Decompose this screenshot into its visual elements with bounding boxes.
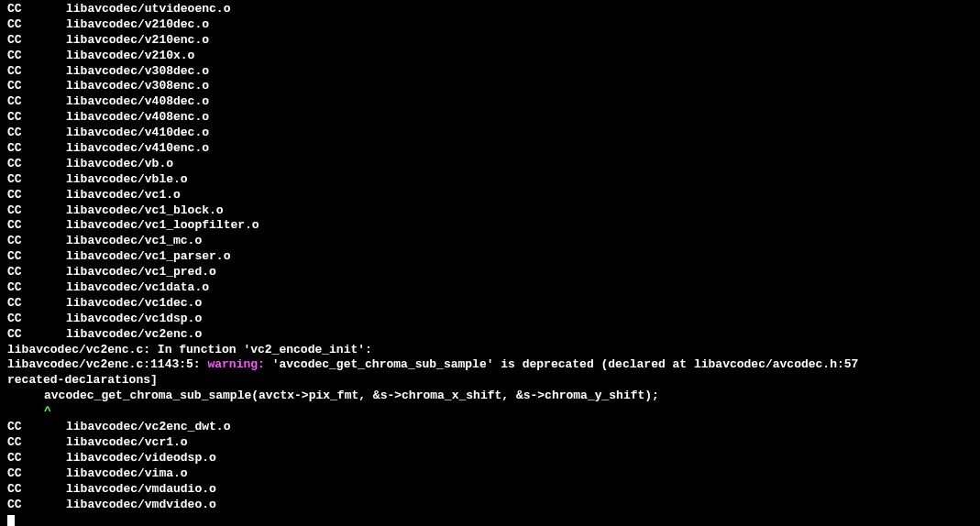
compile-line: CClibavcodec/vcr1.o [7,435,973,451]
cc-label: CC [7,2,66,17]
warning-message-line: libavcodec/vc2enc.c:1143:5: warning: 'av… [7,357,973,373]
cc-label: CC [7,110,66,126]
cc-label: CC [7,49,66,64]
cc-label: CC [7,296,66,312]
warning-in-function: In function [150,343,243,356]
cc-label: CC [7,157,66,172]
compile-line: CClibavcodec/v410enc.o [7,141,973,157]
compile-line: CClibavcodec/vmdaudio.o [7,482,973,498]
cc-file: libavcodec/v410dec.o [66,126,209,139]
cc-label: CC [7,188,66,203]
compile-line: CClibavcodec/vc1_pred.o [7,265,973,280]
cc-file: libavcodec/vc1dsp.o [66,312,202,325]
compile-line: CClibavcodec/v308enc.o [7,79,973,94]
compile-line: CClibavcodec/vb.o [7,157,973,172]
cc-file: libavcodec/vc1_parser.o [66,249,230,263]
cc-file: libavcodec/vble.o [66,172,188,186]
warning-file: libavcodec/vc2enc.c: [7,343,150,356]
cc-label: CC [7,327,66,343]
cc-label: CC [7,234,66,249]
cc-label: CC [7,33,66,49]
compile-line: CClibavcodec/videodsp.o [7,451,973,466]
cc-label: CC [7,126,66,141]
compile-line: CClibavcodec/utvideoenc.o [7,2,973,17]
warning-code: avcodec_get_chroma_sub_sample(avctx->pix… [44,389,659,404]
cc-label: CC [7,466,66,482]
cc-file: libavcodec/v408enc.o [66,110,209,124]
compile-line: CClibavcodec/vc1data.o [7,280,973,296]
compile-line: CClibavcodec/v410dec.o [7,126,973,141]
cc-file: libavcodec/v308dec.o [66,64,209,78]
compile-line: CClibavcodec/v408dec.o [7,94,973,110]
cc-file: libavcodec/v210dec.o [66,17,209,31]
cc-file: libavcodec/vc1_pred.o [66,265,216,279]
compile-line: CClibavcodec/vc1dsp.o [7,312,973,327]
caret-icon: ^ [44,404,51,420]
warning-caret-line: ^ [7,404,973,420]
cc-label: CC [7,94,66,110]
warning-flag-line: recated-declarations] [7,373,973,389]
compile-line: CClibavcodec/v308dec.o [7,64,973,80]
cc-file: libavcodec/v408dec.o [66,94,209,108]
compile-line: CClibavcodec/vc1_loopfilter.o [7,218,973,234]
cc-file: libavcodec/vima.o [66,466,188,480]
cc-file: libavcodec/v210enc.o [66,33,209,47]
cc-label: CC [7,280,66,296]
terminal-output[interactable]: CClibavcodec/utvideoenc.oCClibavcodec/v2… [7,2,973,526]
cc-label: CC [7,203,66,219]
cc-file: libavcodec/vc1_mc.o [66,234,202,247]
cc-file: libavcodec/vc2enc.o [66,327,202,341]
cc-label: CC [7,17,66,33]
compile-line: CClibavcodec/vmdvideo.o [7,498,973,513]
cc-file: libavcodec/vb.o [66,157,173,170]
warning-deprecated-func: 'avcodec_get_chroma_sub_sample' [272,357,494,371]
cc-label: CC [7,265,66,280]
compile-line: CClibavcodec/vble.o [7,172,973,188]
cc-label: CC [7,312,66,327]
warning-context-line: libavcodec/vc2enc.c: In function 'vc2_en… [7,343,973,358]
compile-line: CClibavcodec/v210dec.o [7,17,973,33]
compile-line: CClibavcodec/vc2enc_dwt.o [7,420,973,435]
cc-label: CC [7,482,66,498]
cc-file: libavcodec/vmdaudio.o [66,482,216,496]
compile-line: CClibavcodec/vc1.o [7,188,973,203]
compile-line: CClibavcodec/vc1_mc.o [7,234,973,249]
compile-line: CClibavcodec/v408enc.o [7,110,973,126]
cc-file: libavcodec/v210x.o [66,49,194,62]
cc-file: libavcodec/v308enc.o [66,79,209,93]
cc-label: CC [7,249,66,265]
compile-line: CClibavcodec/v210x.o [7,49,973,64]
cursor-line [7,512,973,526]
cc-file: libavcodec/utvideoenc.o [66,2,230,16]
cc-label: CC [7,141,66,157]
cc-label: CC [7,172,66,188]
warning-location: libavcodec/vc2enc.c:1143:5: [7,357,207,371]
cc-label: CC [7,451,66,466]
cc-file: libavcodec/v410enc.o [66,141,209,155]
cc-label: CC [7,435,66,451]
compile-line: CClibavcodec/vc2enc.o [7,327,973,343]
compile-line: CClibavcodec/vima.o [7,466,973,482]
cc-file: libavcodec/vc1_loopfilter.o [66,218,259,232]
compile-line: CClibavcodec/vc1_block.o [7,203,973,219]
cc-label: CC [7,498,66,513]
warning-function-name: 'vc2_encode_init': [243,343,371,356]
warning-declared-at: libavcodec/avcodec.h:57 [694,357,858,371]
warning-deprecated-msg: is deprecated (declared at [494,357,694,371]
compile-line: CClibavcodec/vc1_parser.o [7,249,973,265]
compile-line: CClibavcodec/vc1dec.o [7,296,973,312]
cursor-icon [7,515,15,526]
cc-file: libavcodec/vc1data.o [66,280,209,294]
cc-file: libavcodec/vc1dec.o [66,296,202,310]
cc-label: CC [7,79,66,94]
cc-file: libavcodec/vcr1.o [66,435,188,449]
cc-file: libavcodec/vc2enc_dwt.o [66,420,230,433]
cc-file: libavcodec/vc1_block.o [66,203,224,217]
cc-label: CC [7,218,66,234]
warning-code-line: avcodec_get_chroma_sub_sample(avctx->pix… [7,389,973,404]
cc-label: CC [7,64,66,80]
cc-label: CC [7,420,66,435]
cc-file: libavcodec/vc1.o [66,188,181,202]
cc-file: libavcodec/videodsp.o [66,451,216,465]
warning-label: warning: [207,357,271,371]
